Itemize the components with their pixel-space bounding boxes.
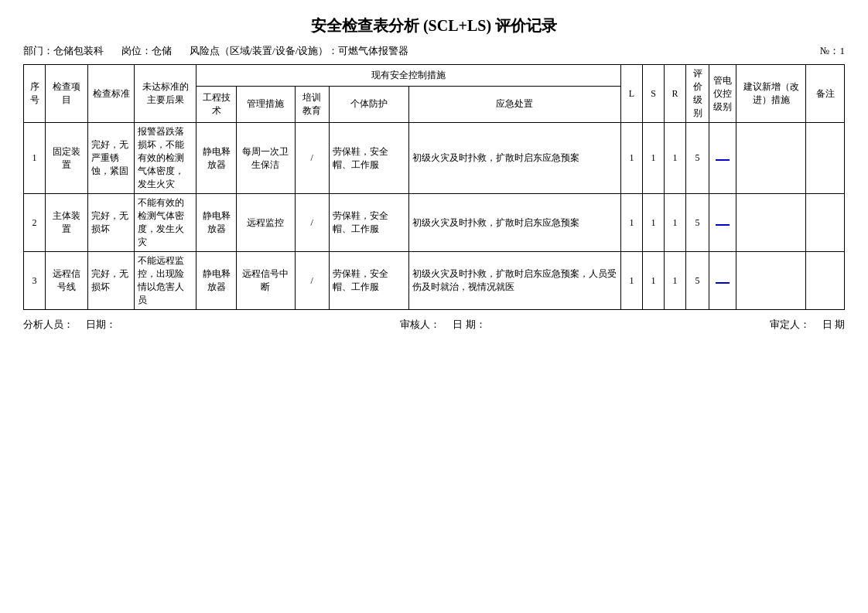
- header-train: 培训教育: [295, 86, 329, 122]
- header-remark: 备注: [806, 65, 845, 123]
- table-cell: 3: [24, 252, 46, 310]
- table-cell: 1: [643, 194, 665, 252]
- suggest-cell: [736, 123, 806, 194]
- suggest-cell: [736, 194, 806, 252]
- header-eng: 工程技术: [196, 86, 237, 122]
- remark-cell: [806, 252, 845, 310]
- meta-row: 部门：仓储包装科 岗位：仓储 风险点（区域/装置/设备/设施）：可燃气体报警器 …: [23, 44, 845, 58]
- table-row: 2主体装置完好，无损坏不能有效的检测气体密度，发生火灾静电释放器远程监控/劳保鞋…: [24, 194, 845, 252]
- table-cell: 1: [24, 123, 46, 194]
- table-cell: 静电释放器: [196, 123, 237, 194]
- table-row: 1固定装置完好，无严重锈蚀，紧固报警器跌落损坏，不能有效的检测气体密度，发生火灾…: [24, 123, 845, 194]
- table-cell: 5: [686, 123, 709, 194]
- suggest-cell: [736, 252, 806, 310]
- table-cell: 报警器跌落损坏，不能有效的检测气体密度，发生火灾: [135, 123, 196, 194]
- remark-cell: [806, 194, 845, 252]
- table-cell: 固定装置: [46, 123, 88, 194]
- analyst-field: 分析人员： 日期：: [23, 318, 116, 332]
- table-cell: 远程信号中断: [237, 252, 295, 310]
- table-cell: 劳保鞋，安全帽、工作服: [329, 252, 408, 310]
- table-cell: 完好，无损坏: [88, 252, 135, 310]
- table-cell: 5: [686, 194, 709, 252]
- table-cell: 1: [665, 194, 686, 252]
- header-S: S: [643, 65, 665, 123]
- table-cell: 完好，无严重锈蚀，紧固: [88, 123, 135, 194]
- table-cell: 完好，无损坏: [88, 194, 135, 252]
- table-cell: /: [295, 123, 329, 194]
- table-cell: 不能远程监控，出现险情以危害人员: [135, 252, 196, 310]
- table-cell: 每周一次卫生保洁: [237, 123, 295, 194]
- table-cell: 1: [665, 252, 686, 310]
- table-row: 3远程信号线完好，无损坏不能远程监控，出现险情以危害人员静电释放器远程信号中断/…: [24, 252, 845, 310]
- header-L: L: [621, 65, 643, 123]
- table-cell: 静电释放器: [196, 252, 237, 310]
- table-cell: 1: [643, 252, 665, 310]
- header-consequence: 未达标准的主要后果: [135, 65, 196, 123]
- elec-badge-cell: 稍有危险: [709, 252, 736, 310]
- approver-field: 审定人： 日 期: [770, 318, 846, 332]
- header-existing-controls: 现有安全控制措施: [196, 65, 621, 87]
- dept-label: 部门：仓储包装科 岗位：仓储 风险点（区域/装置/设备/设施）：可燃气体报警器: [23, 44, 408, 58]
- footer: 分析人员： 日期： 审核人： 日 期： 审定人： 日 期: [23, 318, 845, 332]
- table-cell: 2: [24, 194, 46, 252]
- remark-cell: [806, 123, 845, 194]
- elec-badge-cell: 稍有危险: [709, 194, 736, 252]
- table-cell: 初级火灾及时扑救，扩散时启东应急预案: [408, 123, 620, 194]
- danger-badge: 稍有危险: [716, 224, 730, 226]
- table-cell: 静电释放器: [196, 194, 237, 252]
- elec-badge-cell: 稍有危险: [709, 123, 736, 194]
- main-table: 序号 检查项目 检查标准 未达标准的主要后果 现有安全控制措施 L S R 评价…: [23, 64, 845, 310]
- table-cell: 1: [621, 123, 643, 194]
- no-field: №：1: [820, 44, 845, 58]
- table-cell: /: [295, 194, 329, 252]
- table-cell: 1: [621, 252, 643, 310]
- header-personal: 个体防护: [329, 86, 408, 122]
- table-cell: 1: [643, 123, 665, 194]
- table-cell: 不能有效的检测气体密度，发生火灾: [135, 194, 196, 252]
- header-eval: 评价级别: [686, 65, 709, 123]
- reviewer-field: 审核人： 日 期：: [400, 318, 486, 332]
- table-cell: 劳保鞋，安全帽、工作服: [329, 194, 408, 252]
- table-cell: 1: [665, 123, 686, 194]
- table-cell: 1: [621, 194, 643, 252]
- header-emergency: 应急处置: [408, 86, 620, 122]
- danger-badge: 稍有危险: [716, 282, 730, 284]
- page-title: 安全检查表分析 (SCL+LS) 评价记录: [23, 15, 845, 36]
- danger-badge: 稍有危险: [716, 159, 730, 161]
- header-R: R: [665, 65, 686, 123]
- table-cell: 主体装置: [46, 194, 88, 252]
- header-no: 序号: [24, 65, 46, 123]
- table-cell: 远程监控: [237, 194, 295, 252]
- header-item: 检查项目: [46, 65, 88, 123]
- table-cell: 5: [686, 252, 709, 310]
- table-cell: 初级火灾及时扑救，扩散时启东应急预案: [408, 194, 620, 252]
- header-elec: 管电仪控级别: [709, 65, 736, 123]
- header-suggest: 建议新增（改进）措施: [736, 65, 806, 123]
- table-cell: 初级火灾及时扑救，扩散时启东应急预案，人员受伤及时就治，视情况就医: [408, 252, 620, 310]
- header-mgmt: 管理措施: [237, 86, 295, 122]
- table-cell: /: [295, 252, 329, 310]
- header-standard: 检查标准: [88, 65, 135, 123]
- table-cell: 劳保鞋，安全帽、工作服: [329, 123, 408, 194]
- table-cell: 远程信号线: [46, 252, 88, 310]
